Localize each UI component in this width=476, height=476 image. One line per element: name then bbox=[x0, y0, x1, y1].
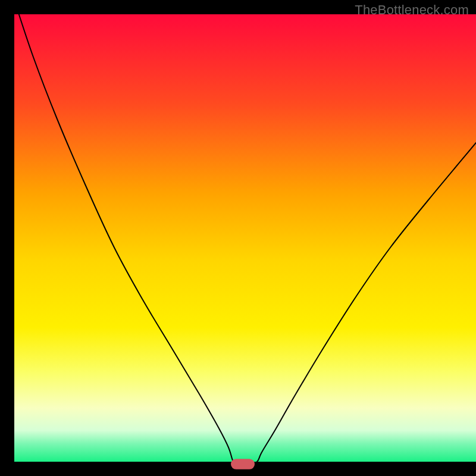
optimal-point-marker bbox=[231, 459, 255, 469]
bottleneck-chart: TheBottleneck.com bbox=[0, 0, 476, 476]
watermark-label: TheBottleneck.com bbox=[355, 2, 469, 18]
plot-background bbox=[14, 14, 476, 462]
chart-svg bbox=[0, 0, 476, 476]
